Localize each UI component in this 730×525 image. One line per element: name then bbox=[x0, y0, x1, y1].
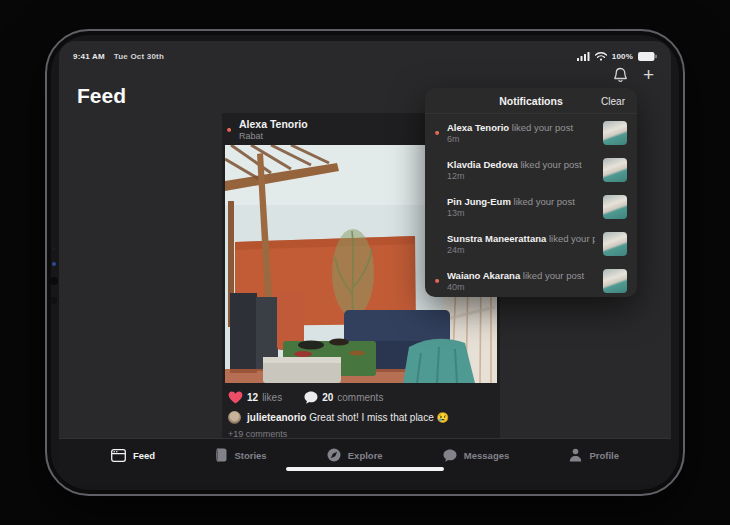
bell-icon bbox=[613, 67, 628, 83]
front-sensor-dot bbox=[52, 247, 55, 250]
tab-stories[interactable]: Stories bbox=[215, 447, 266, 463]
profile-icon bbox=[569, 448, 582, 462]
notification-row[interactable]: Sunstra Maneerattana liked your post 24m bbox=[425, 225, 637, 262]
front-camera bbox=[50, 277, 58, 285]
notification-action-text: liked your post bbox=[520, 159, 581, 170]
post-caption: julieteanorio Great shot! I miss that pl… bbox=[222, 404, 500, 424]
notifications-title: Notifications bbox=[499, 95, 563, 107]
tab-stories-label: Stories bbox=[234, 450, 266, 461]
notification-time: 6m bbox=[447, 134, 595, 144]
notification-row[interactable]: Alexa Tenorio liked your post 6m bbox=[425, 114, 637, 151]
comments-label: comments bbox=[337, 392, 383, 403]
tab-explore[interactable]: Explore bbox=[327, 447, 383, 463]
notification-post-thumbnail bbox=[603, 158, 627, 182]
app-screen: 9:41 AM Tue Oct 30th 100% bbox=[59, 41, 671, 484]
front-sensor-led bbox=[52, 262, 56, 266]
notification-avatar-ring bbox=[435, 205, 439, 209]
wifi-icon bbox=[595, 52, 607, 61]
battery-percent: 100% bbox=[612, 52, 633, 61]
plus-icon: + bbox=[643, 68, 654, 82]
notification-time: 40m bbox=[447, 282, 595, 292]
caption-author-avatar bbox=[228, 411, 241, 424]
notification-post-thumbnail bbox=[603, 269, 627, 293]
notification-user-name: Pin Jung-Eum bbox=[447, 196, 511, 207]
notification-user-name: Waiano Akarana bbox=[447, 270, 520, 281]
post-actions-row: 12 likes 20 comments bbox=[222, 383, 500, 404]
notification-avatar-ring bbox=[435, 279, 439, 283]
tab-feed[interactable]: Feed bbox=[111, 447, 155, 463]
feed-icon bbox=[111, 449, 126, 462]
like-button[interactable]: 12 likes bbox=[228, 391, 282, 404]
comment-bubble-icon bbox=[304, 391, 318, 404]
explore-compass-icon bbox=[327, 448, 341, 462]
notification-user-name: Klavdia Dedova bbox=[447, 159, 518, 170]
status-bar: 9:41 AM Tue Oct 30th 100% bbox=[73, 52, 657, 61]
notification-row[interactable]: Waiano Akarana liked your post 40m bbox=[425, 262, 637, 297]
battery-icon bbox=[638, 52, 657, 61]
notification-avatar-ring bbox=[435, 131, 439, 135]
page-title: Feed bbox=[77, 84, 126, 108]
add-post-button[interactable]: + bbox=[643, 68, 654, 82]
notification-user-name: Sunstra Maneerattana bbox=[447, 233, 546, 244]
notification-time: 12m bbox=[447, 171, 595, 181]
likes-label: likes bbox=[262, 392, 282, 403]
notification-user-name: Alexa Tenorio bbox=[447, 122, 509, 133]
view-more-comments[interactable]: +19 comments bbox=[222, 424, 500, 439]
header-actions: + bbox=[613, 67, 654, 83]
caption-text: Great shot! I miss that place 😢 bbox=[309, 412, 449, 423]
likes-count: 12 bbox=[247, 392, 258, 403]
post-author-avatar-ring bbox=[227, 128, 231, 132]
cellular-signal-icon bbox=[577, 52, 590, 61]
status-time: 9:41 AM bbox=[73, 52, 105, 61]
notifications-bell-button[interactable] bbox=[613, 67, 628, 83]
tab-profile-label: Profile bbox=[589, 450, 619, 461]
tab-bar: Feed Stories Explore Mess bbox=[59, 438, 671, 484]
comments-button[interactable]: 20 comments bbox=[304, 391, 383, 404]
tablet-device-frame: 9:41 AM Tue Oct 30th 100% bbox=[45, 29, 685, 496]
tab-messages-label: Messages bbox=[464, 450, 509, 461]
notification-avatar-ring bbox=[435, 242, 439, 246]
notification-action-text: liked your post bbox=[512, 122, 573, 133]
notification-time: 24m bbox=[447, 245, 595, 255]
heart-icon bbox=[228, 391, 243, 404]
caption-author-name[interactable]: julieteanorio bbox=[247, 412, 306, 423]
post-author-name: Alexa Tenorio bbox=[239, 118, 308, 130]
notifications-panel: Notifications Clear Alexa Tenorio liked … bbox=[425, 88, 637, 297]
notification-post-thumbnail bbox=[603, 232, 627, 256]
notifications-header: Notifications Clear bbox=[425, 88, 637, 114]
notification-action-text: liked your post bbox=[523, 270, 584, 281]
front-camera-secondary bbox=[50, 297, 57, 304]
notification-time: 13m bbox=[447, 208, 595, 218]
notification-post-thumbnail bbox=[603, 195, 627, 219]
tab-explore-label: Explore bbox=[348, 450, 383, 461]
notification-row[interactable]: Pin Jung-Eum liked your post 13m bbox=[425, 188, 637, 225]
notification-post-thumbnail bbox=[603, 121, 627, 145]
status-date: Tue Oct 30th bbox=[114, 52, 164, 61]
comments-count: 20 bbox=[322, 392, 333, 403]
notification-avatar-ring bbox=[435, 168, 439, 172]
tab-profile[interactable]: Profile bbox=[569, 447, 619, 463]
tab-feed-label: Feed bbox=[133, 450, 155, 461]
clear-notifications-button[interactable]: Clear bbox=[601, 95, 625, 106]
stories-icon bbox=[215, 448, 227, 462]
messages-icon bbox=[443, 449, 457, 462]
notification-action-text: liked your post bbox=[549, 233, 595, 244]
home-indicator[interactable] bbox=[286, 467, 444, 471]
tab-messages[interactable]: Messages bbox=[443, 447, 509, 463]
notifications-list: Alexa Tenorio liked your post 6m bbox=[425, 114, 637, 297]
notification-action-text: liked your post bbox=[514, 196, 575, 207]
post-location: Rabat bbox=[239, 131, 308, 141]
notification-row[interactable]: Klavdia Dedova liked your post 12m bbox=[425, 151, 637, 188]
